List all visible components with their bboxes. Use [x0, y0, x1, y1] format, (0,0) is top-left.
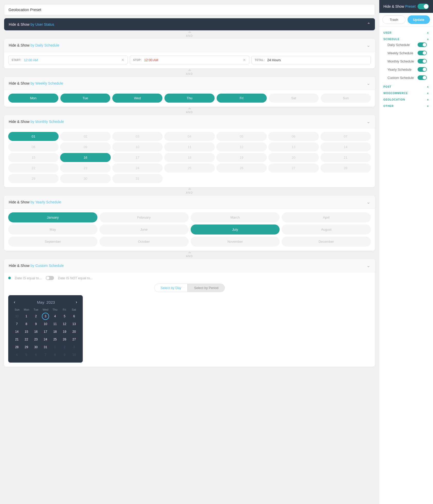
month-july[interactable]: July: [191, 224, 280, 235]
month-day-14[interactable]: 14: [320, 142, 371, 151]
month-january[interactable]: January: [8, 212, 97, 222]
cal-cell[interactable]: 4: [13, 351, 21, 358]
month-day-23[interactable]: 23: [60, 164, 110, 173]
month-day-19[interactable]: 19: [216, 153, 267, 162]
monthly-toggle[interactable]: [418, 59, 427, 64]
stop-time-field[interactable]: STOP: 12:00 AM ✕: [130, 56, 249, 64]
cal-cell[interactable]: 5: [61, 313, 68, 320]
cal-cell[interactable]: 8: [23, 320, 30, 328]
nav-section-other-title[interactable]: OTHER ∧: [383, 105, 429, 107]
cal-cell[interactable]: 3: [70, 344, 78, 351]
custom-toggle[interactable]: [418, 75, 427, 80]
cal-cell[interactable]: 28: [13, 344, 21, 351]
cal-cell[interactable]: 11: [51, 320, 59, 328]
cal-cell[interactable]: 7: [13, 320, 21, 328]
month-day-16[interactable]: 16: [60, 153, 110, 162]
month-december[interactable]: December: [282, 237, 371, 247]
nav-section-geolocation-title[interactable]: GEOLOCATION ∧: [383, 98, 429, 101]
select-by-period-btn[interactable]: Select by Period: [188, 284, 225, 292]
cal-cell[interactable]: 4: [51, 313, 59, 320]
month-day-29[interactable]: 29: [8, 174, 59, 183]
cal-cell[interactable]: 27: [70, 336, 78, 343]
cal-cell[interactable]: 31: [42, 344, 49, 351]
trash-button[interactable]: Trash: [382, 15, 406, 24]
month-day-24[interactable]: 24: [112, 164, 163, 173]
weekly-schedule-header[interactable]: Hide & Show by Weekly Schedule ⌄: [4, 77, 375, 90]
preset-input[interactable]: [4, 4, 375, 15]
cal-cell[interactable]: 9: [61, 351, 68, 358]
month-day-08[interactable]: 08: [8, 142, 59, 151]
cal-cell[interactable]: 10: [70, 351, 78, 358]
cal-cell[interactable]: 23: [32, 336, 40, 343]
cal-cell[interactable]: 30: [32, 344, 40, 351]
month-day-27[interactable]: 27: [268, 164, 319, 173]
month-november[interactable]: November: [191, 237, 280, 247]
month-day-07[interactable]: 07: [320, 132, 371, 141]
month-day-03[interactable]: 03: [112, 132, 163, 141]
cal-cell[interactable]: 16: [32, 328, 40, 335]
cal-cell[interactable]: 6: [70, 313, 78, 320]
month-day-02[interactable]: 02: [60, 132, 110, 141]
weekly-toggle[interactable]: [418, 51, 427, 55]
cal-cell[interactable]: 2: [61, 344, 68, 351]
cal-cell[interactable]: 26: [61, 336, 68, 343]
cal-cell[interactable]: 19: [61, 328, 68, 335]
nav-section-post-title[interactable]: POST ∧: [383, 85, 429, 88]
month-august[interactable]: August: [282, 224, 371, 235]
cal-cell[interactable]: 24: [42, 336, 49, 343]
cal-cell[interactable]: 17: [42, 328, 49, 335]
update-button[interactable]: Update: [408, 15, 430, 24]
cal-cell[interactable]: 20: [70, 328, 78, 335]
month-day-28[interactable]: 28: [320, 164, 371, 173]
month-april[interactable]: April: [282, 212, 371, 222]
cal-next-btn[interactable]: ›: [74, 299, 79, 305]
cal-cell[interactable]: 2: [32, 313, 40, 320]
cal-cell[interactable]: 1: [51, 344, 59, 351]
cal-cell[interactable]: 30: [13, 313, 21, 320]
month-day-04[interactable]: 04: [164, 132, 215, 141]
custom-schedule-header[interactable]: Hide & Show by Custom Schedule ⌄: [4, 259, 375, 272]
month-october[interactable]: October: [99, 237, 189, 247]
nav-section-woocommerce-title[interactable]: WOOCOMMERCE ∧: [383, 92, 429, 95]
month-may[interactable]: May: [8, 224, 97, 235]
month-september[interactable]: September: [8, 237, 97, 247]
cal-cell-3[interactable]: 3: [42, 313, 49, 320]
yearly-toggle[interactable]: [418, 67, 427, 72]
cal-cell[interactable]: 15: [23, 328, 30, 335]
month-day-06[interactable]: 06: [268, 132, 319, 141]
month-day-25[interactable]: 25: [164, 164, 215, 173]
cal-cell[interactable]: 21: [13, 336, 21, 343]
start-time-field[interactable]: START: 12:00 AM ✕: [8, 56, 128, 64]
monthly-schedule-header[interactable]: Hide & Show by Monthly Schedule ⌄: [4, 115, 375, 128]
cal-cell[interactable]: 9: [32, 320, 40, 328]
nav-section-schedule-title[interactable]: SCHEDULE ∧: [383, 38, 429, 41]
cal-cell[interactable]: 14: [13, 328, 21, 335]
day-wed[interactable]: Wed: [112, 94, 162, 103]
month-day-13[interactable]: 13: [268, 142, 319, 151]
yearly-schedule-header[interactable]: Hide & Show by Yearly Schedule ⌄: [4, 196, 375, 209]
cal-cell[interactable]: 5: [23, 351, 30, 358]
cal-cell[interactable]: 6: [32, 351, 40, 358]
cal-cell[interactable]: 22: [23, 336, 30, 343]
month-february[interactable]: February: [99, 212, 189, 222]
cal-cell[interactable]: 29: [23, 344, 30, 351]
month-day-11[interactable]: 11: [164, 142, 215, 151]
month-day-26[interactable]: 26: [216, 164, 267, 173]
month-day-01[interactable]: 01: [8, 132, 59, 141]
preset-toggle[interactable]: [418, 4, 429, 9]
cal-cell[interactable]: 13: [70, 320, 78, 328]
user-status-header[interactable]: Hide & Show by User Status ⌃: [4, 18, 375, 30]
day-mon[interactable]: Mon: [8, 94, 58, 103]
month-march[interactable]: March: [191, 212, 280, 222]
month-june[interactable]: June: [99, 224, 189, 235]
month-day-10[interactable]: 10: [112, 142, 163, 151]
day-fri[interactable]: Fri: [217, 94, 267, 103]
month-day-20[interactable]: 20: [268, 153, 319, 162]
day-sun[interactable]: Sun: [321, 94, 371, 103]
cal-cell[interactable]: 7: [42, 351, 49, 358]
month-day-17[interactable]: 17: [112, 153, 163, 162]
cal-cell[interactable]: 10: [42, 320, 49, 328]
cal-cell[interactable]: 25: [51, 336, 59, 343]
month-day-21[interactable]: 21: [320, 153, 371, 162]
month-day-18[interactable]: 18: [164, 153, 215, 162]
